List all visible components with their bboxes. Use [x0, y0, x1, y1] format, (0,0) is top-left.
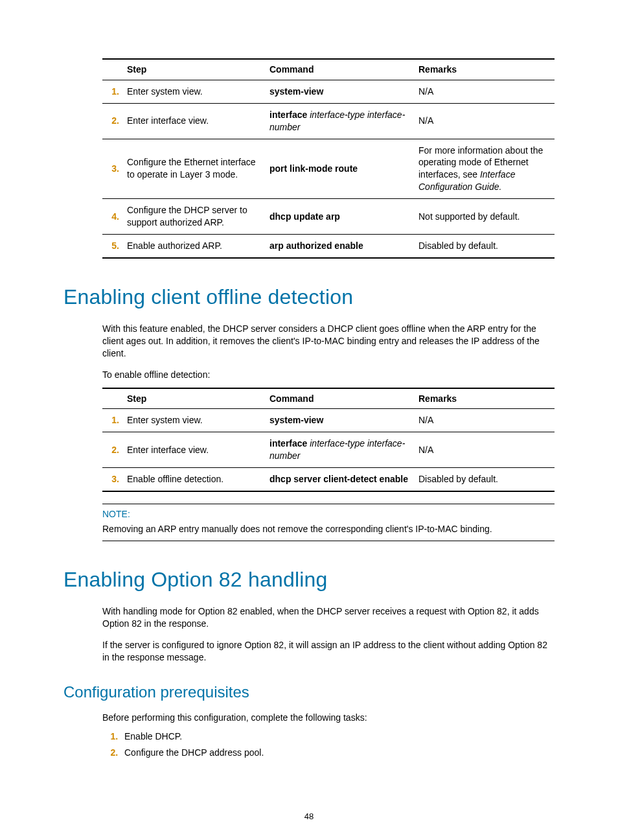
procedure-table-1: Step Command Remarks 1. Enter system vie…	[102, 58, 555, 259]
heading-option82: Enabling Option 82 handling	[63, 566, 555, 594]
paragraph: With this feature enabled, the DHCP serv…	[102, 323, 555, 360]
heading-offline-detection: Enabling client offline detection	[63, 283, 555, 311]
list-item: Configure the DHCP address pool.	[120, 747, 555, 759]
table-row: 2. Enter interface view. interface inter…	[102, 432, 555, 468]
paragraph: If the server is configured to ignore Op…	[102, 639, 555, 664]
list-item: Enable DHCP.	[120, 730, 555, 743]
th-step: Step	[124, 59, 267, 80]
table-row: 3. Configure the Ethernet interface to o…	[102, 139, 555, 199]
note-text: Removing an ARP entry manually does not …	[102, 523, 555, 535]
table-row: 2. Enter interface view. interface inter…	[102, 103, 555, 139]
paragraph: To enable offline detection:	[102, 369, 555, 381]
table-row: 1. Enter system view. system-view N/A	[102, 409, 555, 432]
th-remarks: Remarks	[416, 388, 555, 409]
table-row: 4. Configure the DHCP server to support …	[102, 199, 555, 235]
prereq-list: Enable DHCP. Configure the DHCP address …	[102, 730, 555, 759]
th-step: Step	[124, 388, 267, 409]
note-label: NOTE:	[102, 508, 555, 520]
note-box: NOTE: Removing an ARP entry manually doe…	[102, 504, 555, 541]
paragraph: With handling mode for Option 82 enabled…	[102, 605, 555, 630]
procedure-table-2: Step Command Remarks 1. Enter system vie…	[102, 388, 555, 492]
th-command: Command	[267, 59, 416, 80]
paragraph: Before performing this configuration, co…	[102, 712, 555, 724]
table-row: 3. Enable offline detection. dhcp server…	[102, 468, 555, 491]
th-command: Command	[267, 388, 416, 409]
heading-config-prereq: Configuration prerequisites	[63, 682, 555, 703]
th-remarks: Remarks	[416, 59, 555, 80]
page-number: 48	[63, 811, 555, 822]
table-row: 1. Enter system view. system-view N/A	[102, 80, 555, 103]
table-row: 5. Enable authorized ARP. arp authorized…	[102, 234, 555, 257]
